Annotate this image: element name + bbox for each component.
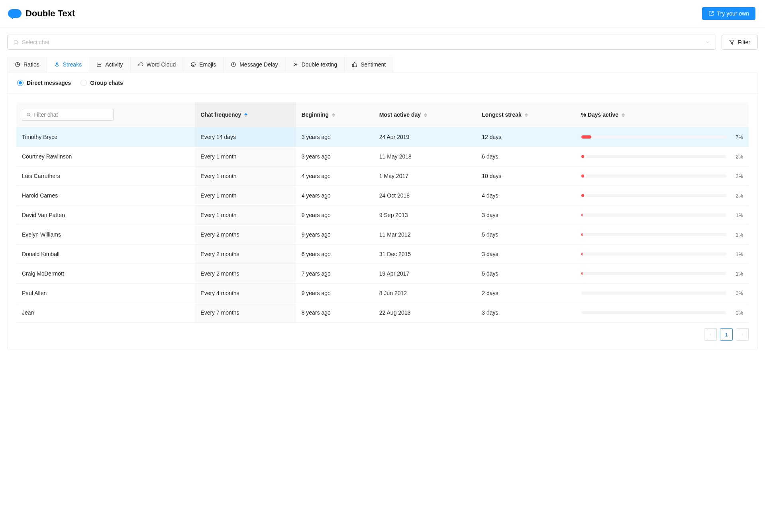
table-row[interactable]: Evelyn WilliamsEvery 2 months9 years ago… — [16, 225, 749, 244]
tab-ratios[interactable]: Ratios — [7, 57, 47, 72]
progress-bar — [581, 194, 726, 197]
radio-direct-label: Direct messages — [27, 80, 71, 86]
tab-emojis[interactable]: Emojis — [183, 57, 224, 72]
cell-begin: 8 years ago — [296, 303, 374, 323]
page-prev-button[interactable] — [704, 328, 717, 341]
table-row[interactable]: JeanEvery 7 months8 years ago22 Aug 2013… — [16, 303, 749, 323]
filter-label: Filter — [738, 39, 750, 45]
progress-bar — [581, 291, 726, 295]
tab-activity[interactable]: Activity — [89, 57, 130, 72]
table-row[interactable]: Timothy BryceEvery 14 days3 years ago24 … — [16, 127, 749, 147]
progress-bar — [581, 311, 726, 314]
page-next-button[interactable] — [736, 328, 749, 341]
panel: Direct messages Group chats — [7, 72, 758, 350]
cell-begin: 7 years ago — [296, 264, 374, 284]
table-row[interactable]: Luis CarruthersEvery 1 month4 years ago1… — [16, 166, 749, 186]
progress-pct: 0% — [731, 310, 743, 316]
filter-button[interactable]: Filter — [722, 35, 758, 50]
cell-begin: 4 years ago — [296, 166, 374, 186]
progress-pct: 0% — [731, 290, 743, 296]
svg-point-3 — [192, 64, 193, 65]
header: Double Text Try your own — [0, 0, 765, 27]
top-row: Select chat Filter — [7, 35, 758, 50]
progress-pct: 2% — [731, 193, 743, 199]
progress-bar — [581, 135, 726, 139]
app-title: Double Text — [26, 8, 75, 19]
table-row[interactable]: Courtney RawlinsonEvery 1 month3 years a… — [16, 147, 749, 166]
cell-begin: 6 years ago — [296, 244, 374, 264]
pagination: 1 — [16, 323, 749, 341]
table-row[interactable]: Craig McDermottEvery 2 months7 years ago… — [16, 264, 749, 284]
cell-freq: Every 1 month — [195, 147, 296, 166]
progress-pct: 2% — [731, 154, 743, 160]
col-frequency[interactable]: Chat frequency — [195, 102, 296, 127]
col-active-day[interactable]: Most active day — [374, 102, 476, 127]
tab-doubletext[interactable]: Double texting — [285, 57, 345, 72]
table-row[interactable]: Harold CarnesEvery 1 month4 years ago24 … — [16, 186, 749, 205]
cell-pct: 0% — [576, 284, 749, 303]
svg-marker-1 — [730, 40, 734, 45]
tab-delay[interactable]: Message Delay — [223, 57, 286, 72]
cell-freq: Every 2 months — [195, 225, 296, 244]
radio-icon — [80, 80, 87, 86]
cell-pct: 1% — [576, 205, 749, 225]
table-row[interactable]: Paul AllenEvery 4 months9 years ago8 Jun… — [16, 284, 749, 303]
cell-freq: Every 7 months — [195, 303, 296, 323]
select-chat-dropdown[interactable]: Select chat — [7, 35, 716, 50]
cell-active-day: 11 Mar 2012 — [374, 225, 476, 244]
page-1-button[interactable]: 1 — [720, 328, 733, 341]
cell-pct: 7% — [576, 127, 749, 147]
export-icon — [708, 11, 714, 16]
sort-icon — [332, 113, 335, 117]
progress-bar — [581, 252, 726, 256]
col-pct[interactable]: % Days active — [576, 102, 749, 127]
cell-active-day: 19 Apr 2017 — [374, 264, 476, 284]
col-beginning[interactable]: Beginning — [296, 102, 374, 127]
tab-wordcloud[interactable]: Word Cloud — [130, 57, 184, 72]
radio-icon — [17, 80, 24, 86]
cell-begin: 3 years ago — [296, 147, 374, 166]
col-name — [16, 102, 195, 127]
cell-streak: 3 days — [476, 205, 575, 225]
tabs: RatiosStreaksActivityWord CloudEmojisMes… — [7, 57, 758, 72]
progress-bar — [581, 272, 726, 275]
progress-pct: 1% — [731, 212, 743, 218]
cell-pct: 2% — [576, 186, 749, 205]
filter-chat-input-wrap[interactable] — [22, 109, 114, 121]
cell-name: Harold Carnes — [16, 186, 195, 205]
cell-streak: 6 days — [476, 147, 575, 166]
progress-pct: 1% — [731, 271, 743, 277]
table-row[interactable]: Donald KimballEvery 2 months6 years ago3… — [16, 244, 749, 264]
tab-label: Double texting — [302, 61, 337, 68]
cell-begin: 9 years ago — [296, 205, 374, 225]
radio-group-label: Group chats — [90, 80, 123, 86]
fire-icon — [54, 62, 60, 67]
table-row[interactable]: David Van PattenEvery 1 month9 years ago… — [16, 205, 749, 225]
svg-point-0 — [14, 40, 17, 43]
cell-pct: 0% — [576, 303, 749, 323]
tab-label: Message Delay — [239, 61, 278, 68]
cell-streak: 5 days — [476, 225, 575, 244]
try-your-own-button[interactable]: Try your own — [702, 7, 755, 20]
cell-name: Evelyn Williams — [16, 225, 195, 244]
col-streak[interactable]: Longest streak — [476, 102, 575, 127]
radio-group-chats[interactable]: Group chats — [80, 80, 123, 86]
radio-direct-messages[interactable]: Direct messages — [17, 80, 71, 86]
cell-active-day: 11 May 2018 — [374, 147, 476, 166]
cell-begin: 9 years ago — [296, 284, 374, 303]
cell-begin: 3 years ago — [296, 127, 374, 147]
tab-streaks[interactable]: Streaks — [47, 57, 89, 72]
cell-streak: 4 days — [476, 186, 575, 205]
filter-chat-input[interactable] — [33, 111, 109, 118]
cell-begin: 9 years ago — [296, 225, 374, 244]
tab-label: Emojis — [199, 61, 216, 68]
cell-freq: Every 2 months — [195, 244, 296, 264]
tab-label: Sentiment — [361, 61, 386, 68]
cell-name: Paul Allen — [16, 284, 195, 303]
cell-active-day: 24 Oct 2018 — [374, 186, 476, 205]
cell-begin: 4 years ago — [296, 186, 374, 205]
progress-pct: 1% — [731, 232, 743, 238]
tab-sentiment[interactable]: Sentiment — [344, 57, 393, 72]
logo[interactable]: Double Text — [8, 8, 75, 19]
sort-icon — [525, 113, 528, 117]
